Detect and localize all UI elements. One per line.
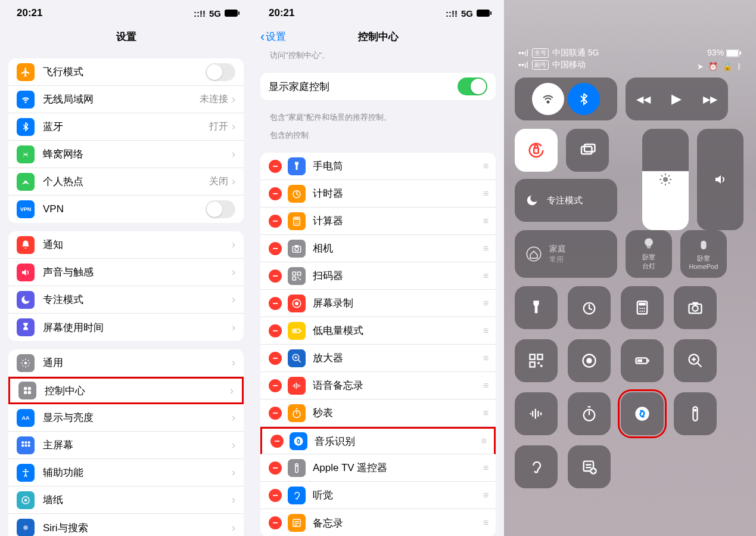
drag-handle-icon[interactable]: ≡ (483, 353, 487, 364)
control-item-row[interactable]: − 语音备忘录 ≡ (260, 372, 496, 399)
drag-handle-icon[interactable]: ≡ (483, 271, 487, 281)
show-home-control-row[interactable]: 显示家庭控制 (260, 73, 496, 100)
control-item-row[interactable]: − 手电筒 ≡ (260, 153, 496, 180)
row-label: 通知 (43, 238, 232, 252)
remove-button[interactable]: − (269, 516, 282, 529)
home-toggle[interactable] (458, 78, 487, 95)
remove-button[interactable]: − (269, 379, 282, 392)
control-item-row[interactable]: − 低电量模式 ≡ (260, 317, 496, 345)
forward-icon[interactable]: ▶▶ (703, 94, 717, 105)
control-item-row[interactable]: − Apple TV 遥控器 ≡ (260, 454, 496, 482)
focus-button[interactable]: 专注模式 (515, 179, 617, 222)
settings-row[interactable]: 通用 › (8, 349, 244, 377)
back-button[interactable]: ‹ 设置 (260, 24, 286, 50)
drag-handle-icon[interactable]: ≡ (483, 298, 487, 309)
control-item-row[interactable]: − 备忘录 ≡ (260, 509, 496, 536)
remove-button[interactable]: − (270, 435, 284, 448)
drag-handle-icon[interactable]: ≡ (481, 436, 486, 447)
remove-button[interactable]: − (269, 215, 282, 228)
cc-tile-magnify[interactable] (674, 339, 717, 382)
settings-row[interactable]: 声音与触感 › (8, 259, 244, 286)
control-item-row[interactable]: − 相机 ≡ (260, 235, 496, 262)
drag-handle-icon[interactable]: ≡ (483, 216, 487, 227)
apps-icon (17, 436, 35, 454)
drag-handle-icon[interactable]: ≡ (483, 326, 487, 336)
control-item-row[interactable]: − 计时器 ≡ (260, 180, 496, 207)
control-item-row[interactable]: − 计算器 ≡ (260, 207, 496, 235)
cc-status: ••ıl 主号 中国联通 5G ••ıl 副号 中国移动 93% ➤ ⏰ 🔒 ᛒ (504, 0, 756, 70)
settings-row[interactable]: 墙纸 › (8, 487, 244, 514)
screen-mirroring-button[interactable] (566, 129, 609, 172)
control-item-row[interactable]: − 放大器 ≡ (260, 345, 496, 372)
svg-rect-37 (300, 278, 301, 280)
drag-handle-icon[interactable]: ≡ (483, 490, 487, 501)
remove-button[interactable]: − (269, 324, 282, 337)
remove-button[interactable]: − (269, 269, 282, 283)
remove-button[interactable]: − (269, 352, 282, 365)
remove-button[interactable]: − (269, 461, 282, 475)
svg-rect-12 (25, 444, 27, 447)
home-module[interactable]: 家庭 常用 (515, 230, 617, 278)
cc-tile-flashlight[interactable] (515, 286, 558, 329)
play-icon[interactable]: ▶ (671, 91, 682, 107)
settings-row[interactable]: 屏幕使用时间 › (8, 314, 244, 341)
orientation-lock-button[interactable] (515, 129, 558, 172)
drag-handle-icon[interactable]: ≡ (483, 463, 487, 473)
svg-line-63 (668, 182, 670, 184)
cc-tile-timer[interactable] (568, 286, 611, 329)
drag-handle-icon[interactable]: ≡ (483, 380, 487, 391)
accessory-lamp[interactable]: 卧室 台灯 (626, 230, 672, 278)
connectivity-module[interactable] (515, 78, 617, 120)
cc-tile-qr[interactable] (515, 339, 558, 382)
bluetooth-button[interactable] (568, 83, 600, 115)
toggle[interactable] (206, 63, 235, 81)
media-module[interactable]: ◀◀ ▶ ▶▶ (626, 78, 728, 120)
settings-row[interactable]: 通知 › (8, 231, 244, 259)
wifi-button[interactable] (532, 83, 564, 115)
settings-row[interactable]: 个人热点 关闭 › (8, 168, 244, 196)
cc-tile-stopwatch[interactable] (568, 392, 611, 435)
drag-handle-icon[interactable]: ≡ (483, 518, 487, 528)
settings-row[interactable]: 辅助功能 › (8, 459, 244, 487)
settings-row[interactable]: 蜂窝网络 › (8, 141, 244, 168)
remove-button[interactable]: − (269, 407, 282, 420)
control-item-row[interactable]: − 音乐识别 ≡ (260, 427, 496, 454)
rewind-icon[interactable]: ◀◀ (636, 94, 651, 105)
control-item-row[interactable]: − 秒表 ≡ (260, 399, 496, 427)
drag-handle-icon[interactable]: ≡ (483, 188, 487, 199)
settings-row[interactable]: 无线局域网 未连接 › (8, 86, 244, 113)
settings-row[interactable]: 蓝牙 打开 › (8, 113, 244, 141)
drag-handle-icon[interactable]: ≡ (483, 161, 487, 172)
remove-button[interactable]: − (269, 160, 282, 173)
volume-slider[interactable] (697, 129, 743, 230)
remove-button[interactable]: − (269, 187, 282, 200)
chevron-right-icon: › (232, 175, 235, 188)
cc-tile-wave[interactable] (515, 392, 558, 435)
control-item-row[interactable]: − 听觉 ≡ (260, 482, 496, 509)
settings-row[interactable]: VPN VPN (8, 196, 244, 223)
settings-row[interactable]: 控制中心 › (8, 377, 244, 404)
cc-tile-camera[interactable] (674, 286, 717, 329)
remove-button[interactable]: − (269, 489, 282, 502)
toggle[interactable] (206, 200, 235, 218)
remove-button[interactable]: − (269, 297, 282, 310)
cc-tile-shazam[interactable] (621, 392, 664, 435)
settings-row[interactable]: 专注模式 › (8, 286, 244, 314)
cc-tile-calc[interactable] (621, 286, 664, 329)
control-item-row[interactable]: − 扫码器 ≡ (260, 262, 496, 290)
accessory-homepod[interactable]: 卧室 HomePod (680, 230, 727, 278)
drag-handle-icon[interactable]: ≡ (483, 408, 487, 419)
drag-handle-icon[interactable]: ≡ (483, 243, 487, 254)
cc-tile-ear[interactable] (515, 445, 558, 488)
cc-tile-record[interactable] (568, 339, 611, 382)
cc-tile-battery[interactable] (621, 339, 664, 382)
settings-row[interactable]: 主屏幕 › (8, 432, 244, 459)
settings-row[interactable]: AA 显示与亮度 › (8, 404, 244, 432)
remove-button[interactable]: − (269, 242, 282, 255)
settings-row[interactable]: 飞行模式 (8, 58, 244, 86)
control-item-row[interactable]: − 屏幕录制 ≡ (260, 290, 496, 317)
cc-tile-notes-add[interactable] (568, 445, 611, 488)
brightness-slider[interactable] (642, 129, 689, 230)
settings-row[interactable]: Siri与搜索 › (8, 514, 244, 536)
cc-tile-remote[interactable] (674, 392, 717, 435)
